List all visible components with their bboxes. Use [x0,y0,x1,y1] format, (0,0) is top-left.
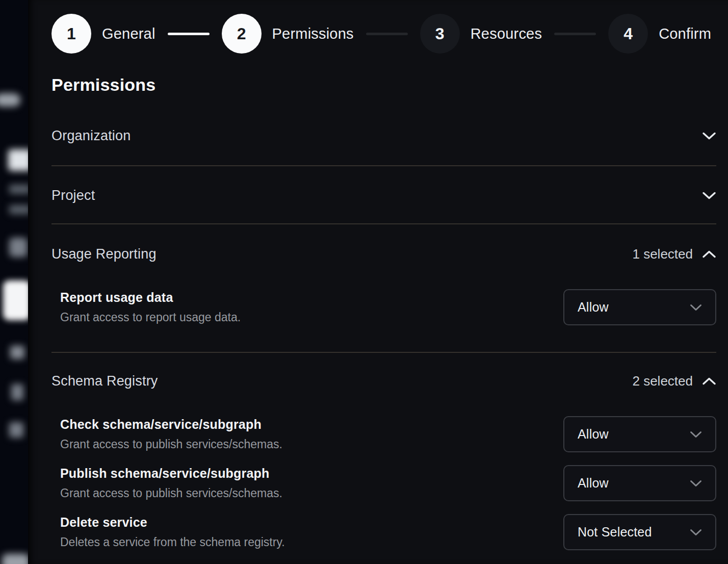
select-value: Allow [578,476,609,491]
app-root: 1 General 2 Permissions 3 Resources 4 Co… [0,0,728,564]
chevron-down-icon [690,304,702,311]
permission-select-delete-service[interactable]: Not Selected [563,514,716,550]
blurred-sidebar-item [0,93,20,107]
step-number-badge: 4 [608,14,648,54]
blurred-sidebar-item [11,384,23,400]
chevron-down-icon [690,529,702,536]
section-header-project[interactable]: Project [51,188,716,203]
blurred-sidebar-item [10,346,24,359]
chevron-down-icon [690,431,702,438]
step-label: Confirm [659,25,711,42]
blurred-sidebar-item [9,238,28,257]
section-header-organization[interactable]: Organization [51,128,716,143]
select-value: Allow [578,300,609,315]
permission-row: Report usage data Grant access to report… [51,289,716,325]
blurred-sidebar-item [9,185,28,194]
permission-description: Deletes a service from the schema regist… [60,535,285,549]
divider [51,352,716,353]
section-title: Usage Reporting [51,246,157,262]
page-title: Permissions [51,75,716,94]
permission-title: Delete service [60,515,285,530]
section-header-schema-registry[interactable]: Schema Registry 2 selected [51,373,716,389]
chevron-up-icon [702,377,716,386]
permission-select-check-schema[interactable]: Allow [563,416,716,452]
permission-title: Report usage data [60,290,241,305]
step-number-badge: 3 [420,14,460,54]
permission-description: Grant access to publish services/schemas… [60,438,282,451]
blurred-sidebar-item [8,149,28,171]
step-confirm[interactable]: 4 Confirm [608,14,711,54]
step-label: Resources [471,25,542,42]
selected-count-badge: 1 selected [632,246,693,262]
permission-title: Check schema/service/subgraph [60,417,282,432]
create-wizard-modal: 1 General 2 Permissions 3 Resources 4 Co… [28,0,728,564]
section-title: Organization [51,128,131,144]
permission-row: Delete service Deletes a service from th… [51,514,716,550]
step-general[interactable]: 1 General [51,14,155,54]
chevron-down-icon [690,480,702,487]
blurred-sidebar-item [9,205,28,214]
background-sidebar [0,0,28,564]
divider [51,165,716,166]
blurred-sidebar-active-card [3,280,28,320]
step-connector [554,33,596,35]
permission-title: Publish schema/service/subgraph [60,466,282,481]
step-number-badge: 1 [51,14,91,54]
step-label: General [102,25,155,42]
select-value: Not Selected [578,525,652,540]
step-number-badge: 2 [222,14,262,54]
select-value: Allow [578,427,609,442]
step-resources[interactable]: 3 Resources [420,14,542,54]
step-connector [168,33,210,35]
blurred-sidebar-item [9,422,23,438]
selected-count-badge: 2 selected [632,373,693,389]
wizard-stepper: 1 General 2 Permissions 3 Resources 4 Co… [51,14,716,54]
divider [51,223,716,224]
section-header-usage-reporting[interactable]: Usage Reporting 1 selected [51,246,716,262]
section-title: Project [51,188,95,203]
chevron-down-icon [702,132,716,140]
section-title: Schema Registry [51,373,158,389]
permission-row: Check schema/service/subgraph Grant acce… [51,416,716,452]
permission-select-publish-schema[interactable]: Allow [563,465,716,501]
chevron-up-icon [702,250,716,259]
permission-select-report-usage-data[interactable]: Allow [563,289,716,325]
permission-description: Grant access to publish services/schemas… [60,486,282,500]
step-connector [366,33,408,35]
step-label: Permissions [272,25,354,42]
blurred-sidebar-item [2,554,28,564]
permission-row: Publish schema/service/subgraph Grant ac… [51,465,716,501]
chevron-down-icon [702,191,716,200]
permission-description: Grant access to report usage data. [60,311,241,324]
step-permissions[interactable]: 2 Permissions [222,14,354,54]
